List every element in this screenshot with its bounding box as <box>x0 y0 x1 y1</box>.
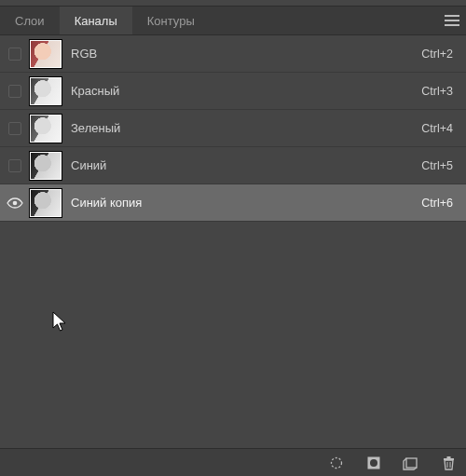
tab-layers[interactable]: Слои <box>0 7 60 34</box>
mouse-cursor <box>52 311 69 336</box>
visibility-toggle[interactable] <box>4 73 26 109</box>
delete-icon <box>442 456 456 470</box>
panel-bottom-bar <box>0 448 466 476</box>
channel-row[interactable]: СинийCtrl+5 <box>0 147 466 184</box>
thumbnail-image <box>31 190 61 216</box>
new-channel-button[interactable] <box>403 455 419 471</box>
delete-channel-button[interactable] <box>440 455 457 471</box>
panel-tabbar: Слои Каналы Контуры <box>0 7 466 35</box>
tab-paths[interactable]: Контуры <box>132 7 210 34</box>
channel-name: RGB <box>69 47 421 61</box>
visibility-empty <box>8 159 21 172</box>
panel-menu-button[interactable] <box>438 7 466 34</box>
tab-label: Контуры <box>147 14 195 28</box>
channel-shortcut: Ctrl+5 <box>421 159 459 172</box>
channel-shortcut: Ctrl+2 <box>421 48 459 61</box>
visibility-toggle[interactable] <box>4 110 26 146</box>
visibility-empty <box>8 122 21 135</box>
tab-label: Каналы <box>75 14 117 28</box>
visibility-toggle[interactable] <box>4 147 26 184</box>
eye-icon <box>4 184 26 221</box>
channel-thumbnail[interactable] <box>30 152 62 180</box>
svg-point-4 <box>332 457 342 468</box>
visibility-empty <box>8 85 21 98</box>
channel-thumbnail[interactable] <box>30 77 62 105</box>
channel-name: Зеленый <box>69 121 421 135</box>
channel-shortcut: Ctrl+6 <box>421 197 459 210</box>
visibility-empty <box>8 48 21 61</box>
channel-list: RGBCtrl+2КрасныйCtrl+3ЗеленыйCtrl+4Синий… <box>0 35 466 222</box>
channel-shortcut: Ctrl+4 <box>421 122 459 135</box>
tab-label: Слои <box>15 14 45 28</box>
load-channel-as-selection-button[interactable] <box>328 455 345 471</box>
tabbar-spacer <box>210 7 438 34</box>
channel-thumbnail[interactable] <box>30 40 62 68</box>
channels-panel: Слои Каналы Контуры RGBCtrl+2КрасныйCtrl… <box>0 0 466 476</box>
svg-point-6 <box>370 459 377 467</box>
thumbnail-image <box>31 41 61 67</box>
visibility-toggle[interactable] <box>4 184 26 221</box>
svg-rect-1 <box>445 20 459 21</box>
new-channel-icon <box>403 456 419 470</box>
load-selection-icon <box>329 456 344 470</box>
channel-shortcut: Ctrl+3 <box>421 85 459 98</box>
svg-rect-9 <box>446 456 450 458</box>
channel-row[interactable]: Синий копияCtrl+6 <box>0 184 466 222</box>
thumbnail-image <box>31 78 61 104</box>
channel-thumbnail[interactable] <box>30 115 62 143</box>
thumbnail-image <box>31 153 61 179</box>
channel-thumbnail[interactable] <box>30 189 62 217</box>
svg-point-3 <box>13 200 18 205</box>
thumbnail-image <box>31 116 61 142</box>
save-selection-as-channel-button[interactable] <box>365 455 382 471</box>
channel-row[interactable]: КрасныйCtrl+3 <box>0 73 466 110</box>
svg-rect-0 <box>445 15 459 17</box>
mask-icon <box>366 456 381 470</box>
tab-channels[interactable]: Каналы <box>60 7 132 34</box>
channel-name: Синий копия <box>69 196 421 210</box>
channel-row[interactable]: ЗеленыйCtrl+4 <box>0 110 466 147</box>
svg-rect-7 <box>406 458 417 468</box>
svg-rect-2 <box>445 24 459 26</box>
channel-name: Синий <box>69 158 421 172</box>
panel-menu-icon <box>445 15 459 26</box>
visibility-toggle[interactable] <box>4 35 26 72</box>
channel-row[interactable]: RGBCtrl+2 <box>0 35 466 73</box>
channel-name: Красный <box>69 84 421 98</box>
panel-titlebar <box>0 0 466 7</box>
